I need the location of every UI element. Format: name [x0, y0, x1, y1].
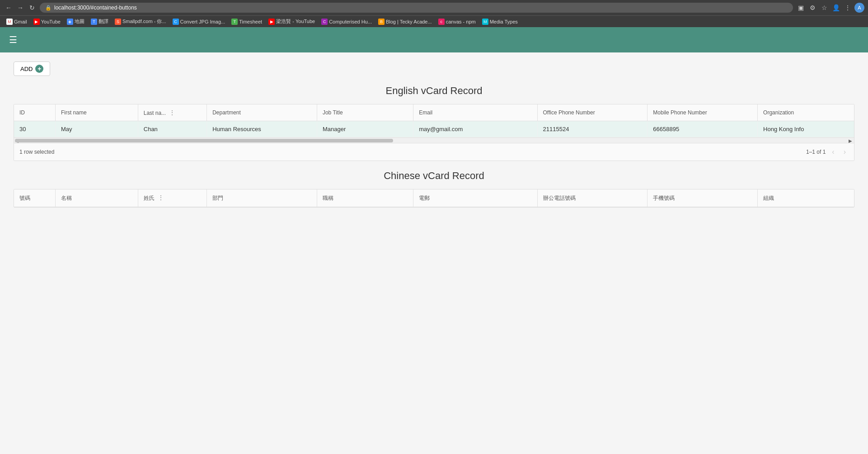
col-header-id[interactable]: ID: [14, 104, 55, 121]
col-header-jobtitle[interactable]: Job Title: [317, 104, 413, 121]
bookmark-label: Blog | Tecky Acade...: [386, 19, 432, 24]
col-header-mobile-phone[interactable]: Mobile Phone Number: [647, 104, 758, 121]
bookmark-label: 翻譯: [99, 18, 108, 25]
english-grid-container: ID First name Last na... ⋮ Department Jo…: [14, 104, 854, 161]
blog-favicon: B: [378, 19, 385, 25]
col-header-lastname[interactable]: Last na... ⋮: [138, 104, 206, 121]
bookmark-blog[interactable]: B Blog | Tecky Acade...: [375, 18, 435, 26]
col-header-email-cn-label: 電郵: [419, 195, 430, 201]
col-header-office-phone[interactable]: Office Phone Number: [537, 104, 647, 121]
col-header-dept-cn-label: 部門: [212, 195, 223, 201]
col-header-office-phone-cn-label: 辦公電話號碼: [543, 195, 576, 201]
cell-jobtitle: Manager: [317, 121, 413, 137]
column-menu-icon-cn[interactable]: ⋮: [158, 194, 164, 201]
app-content: ADD + English vCard Record ID: [0, 52, 868, 454]
scrollbar-thumb[interactable]: [15, 139, 393, 142]
forward-button[interactable]: →: [15, 3, 25, 13]
cell-mobile_phone: 66658895: [647, 121, 758, 137]
back-button[interactable]: ←: [4, 3, 14, 13]
col-header-mobile-phone-cn[interactable]: 手機號碼: [647, 189, 758, 207]
horizontal-scrollbar[interactable]: ◀ ▶: [14, 137, 854, 143]
timesheet-favicon: T: [231, 19, 238, 25]
col-header-office-phone-cn[interactable]: 辦公電話號碼: [537, 189, 647, 207]
browser-toolbar: ← → ↻ 🔒 ▣ ⚙ ☆ 👤 ⋮ A: [0, 0, 868, 15]
bookmark-youtube2[interactable]: ▶ 梁浩賢 - YouTube: [266, 17, 318, 26]
col-header-jobtitle-label: Job Title: [323, 109, 343, 116]
bookmark-gmail[interactable]: M Gmail: [4, 18, 30, 26]
col-header-position-label: 職稱: [323, 195, 333, 201]
profile-button[interactable]: 👤: [831, 3, 841, 13]
col-header-office-phone-label: Office Phone Number: [543, 109, 595, 116]
col-header-org-cn[interactable]: 組織: [758, 189, 854, 207]
col-header-id-label: ID: [19, 109, 25, 116]
col-header-email-cn[interactable]: 電郵: [413, 189, 537, 207]
col-header-org-cn-label: 組織: [763, 195, 774, 201]
youtube-favicon: ▶: [33, 19, 40, 25]
prev-page-button[interactable]: ‹: [829, 147, 837, 157]
col-header-mobile-phone-cn-label: 手機號碼: [653, 195, 675, 201]
gmail-favicon: M: [6, 19, 13, 25]
add-button[interactable]: ADD +: [14, 61, 50, 76]
bookmark-media[interactable]: M Media Types: [479, 18, 521, 26]
bookmark-canvas[interactable]: c canvas - npm: [436, 18, 479, 26]
next-page-button[interactable]: ›: [841, 147, 849, 157]
column-menu-icon[interactable]: ⋮: [169, 109, 175, 116]
bookmark-comp[interactable]: C Computerised Hu...: [319, 18, 375, 26]
english-grid-footer: 1 row selected 1–1 of 1 ‹ ›: [14, 143, 854, 161]
extensions-button[interactable]: ⚙: [807, 3, 817, 13]
cell-office_phone: 21115524: [537, 121, 647, 137]
chinese-data-grid: 號碼 名稱 姓氏 ⋮ 部門 職稱 電: [14, 189, 854, 207]
col-header-department[interactable]: Department: [207, 104, 317, 121]
col-header-name[interactable]: 名稱: [55, 189, 138, 207]
bookmark-maps[interactable]: ◈ 地圖: [64, 17, 87, 26]
col-header-dept-cn[interactable]: 部門: [207, 189, 317, 207]
english-grid-header-row: ID First name Last na... ⋮ Department Jo…: [14, 104, 854, 121]
bookmark-label: canvas - npm: [446, 19, 476, 24]
browser-actions: ▣ ⚙ ☆ 👤 ⋮ A: [796, 3, 864, 13]
table-row[interactable]: 30MayChanHuman ResourcesManagermay@gmail…: [14, 121, 854, 137]
bookmark-smallpdf[interactable]: S Smallpdf.com - 你...: [112, 17, 169, 26]
translate-favicon: T: [91, 19, 97, 25]
english-data-grid: ID First name Last na... ⋮ Department Jo…: [14, 104, 854, 137]
app-header: ☰: [0, 27, 868, 52]
bookmarks-bar: M Gmail ▶ YouTube ◈ 地圖 T 翻譯 S Smallpdf.c…: [0, 15, 868, 27]
nav-buttons: ← → ↻: [4, 3, 37, 13]
bookmark-label: 地圖: [75, 18, 84, 25]
english-section-title: English vCard Record: [14, 85, 854, 97]
bookmark-button[interactable]: ☆: [819, 3, 829, 13]
col-header-email[interactable]: Email: [413, 104, 537, 121]
col-header-department-label: Department: [212, 109, 241, 116]
bookmark-translate[interactable]: T 翻譯: [88, 17, 111, 26]
col-header-mobile-phone-label: Mobile Phone Number: [653, 109, 707, 116]
bookmark-label: Computerised Hu...: [329, 19, 372, 24]
url-input[interactable]: [54, 5, 788, 11]
pagination-controls: 1–1 of 1 ‹ ›: [806, 147, 849, 157]
reload-button[interactable]: ↻: [27, 3, 37, 13]
col-header-firstname[interactable]: First name: [55, 104, 138, 121]
bookmark-timesheet[interactable]: T Timesheet: [229, 18, 265, 26]
more-button[interactable]: ⋮: [843, 3, 853, 13]
bookmark-youtube[interactable]: ▶ YouTube: [31, 18, 63, 26]
youtube2-favicon: ▶: [268, 19, 275, 25]
scroll-right-arrow[interactable]: ▶: [848, 138, 853, 143]
bookmark-label: Convert JPG Imag...: [180, 19, 225, 24]
bookmark-label: Smallpdf.com - 你...: [122, 18, 166, 25]
screenshot-button[interactable]: ▣: [796, 3, 806, 13]
col-header-surname[interactable]: 姓氏 ⋮: [138, 189, 206, 207]
add-circle-icon: +: [35, 65, 43, 73]
avatar-button[interactable]: A: [854, 3, 864, 13]
bookmark-label: 梁浩賢 - YouTube: [276, 18, 315, 25]
hamburger-button[interactable]: ☰: [7, 33, 19, 47]
address-bar[interactable]: 🔒: [40, 3, 793, 13]
col-header-num[interactable]: 號碼: [14, 189, 55, 207]
cell-department: Human Resources: [207, 121, 317, 137]
cell-organization: Hong Kong Info: [758, 121, 854, 137]
media-favicon: M: [482, 19, 488, 25]
col-header-position[interactable]: 職稱: [317, 189, 413, 207]
col-header-organization[interactable]: Organization: [758, 104, 854, 121]
col-header-email-label: Email: [419, 109, 432, 116]
col-header-num-label: 號碼: [19, 195, 30, 201]
bookmark-convert[interactable]: C Convert JPG Imag...: [170, 18, 228, 26]
comp-favicon: C: [321, 19, 328, 25]
col-header-surname-label: 姓氏: [144, 195, 155, 201]
